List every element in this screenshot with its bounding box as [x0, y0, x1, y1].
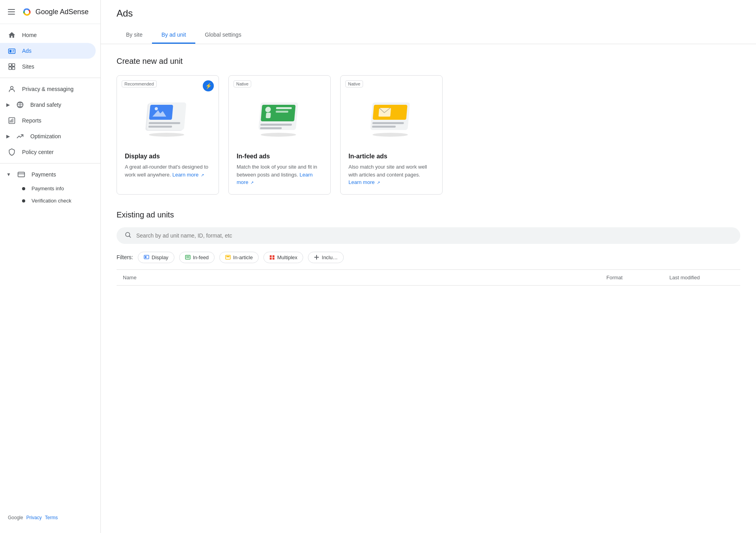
svg-rect-9	[12, 67, 15, 70]
in-feed-card-badge: Native	[233, 80, 251, 87]
sidebar-item-privacy-messaging[interactable]: Privacy & messaging	[0, 81, 96, 97]
multiplex-filter-icon	[269, 254, 275, 260]
filter-chip-in-feed[interactable]: In-feed	[179, 252, 215, 263]
filter-chip-display[interactable]: Display	[138, 252, 174, 263]
filter-chip-include[interactable]: Inclu…	[308, 252, 343, 263]
svg-rect-7	[12, 64, 15, 67]
svg-rect-8	[9, 67, 12, 70]
filters-label: Filters:	[117, 254, 133, 260]
brand-safety-icon	[16, 101, 24, 109]
display-filter-icon	[144, 254, 149, 260]
svg-rect-47	[185, 255, 190, 259]
svg-rect-34	[260, 124, 292, 126]
sidebar-item-home-label: Home	[22, 32, 37, 38]
in-feed-ads-svg	[254, 99, 305, 139]
sidebar-subitem-verification-check[interactable]: Verification check	[0, 195, 96, 207]
menu-toggle-button[interactable]	[6, 7, 17, 16]
display-ads-svg	[142, 99, 193, 139]
sidebar-item-reports[interactable]: Reports	[0, 113, 96, 128]
svg-rect-40	[372, 122, 404, 124]
display-learn-more-link[interactable]: Learn more ↗	[172, 172, 204, 178]
in-article-card-name: In-article ads	[348, 153, 434, 160]
sidebar-item-policy-center[interactable]: Policy center	[0, 144, 96, 160]
app-logo: Google AdSense	[21, 6, 89, 17]
external-link-icon-3: ↗	[377, 180, 380, 185]
sidebar-item-optimization[interactable]: ▶ Optimization	[0, 128, 96, 144]
footer-privacy-link[interactable]: Privacy	[26, 515, 42, 520]
svg-rect-51	[226, 256, 230, 257]
page-title: Ads	[117, 8, 740, 19]
svg-rect-54	[270, 258, 272, 260]
in-article-card-desc: Also match your site and work well with …	[348, 163, 434, 186]
footer-brand: Google	[8, 515, 23, 520]
svg-rect-33	[276, 111, 288, 113]
in-feed-filter-icon	[185, 254, 191, 260]
sidebar-item-ads[interactable]: Ads	[0, 43, 96, 59]
filter-in-feed-label: In-feed	[193, 254, 209, 260]
svg-rect-31	[266, 113, 271, 118]
ad-card-display[interactable]: Recommended ⚡	[117, 75, 219, 195]
filter-display-label: Display	[152, 254, 169, 260]
sidebar-subitem-payments-info-label: Payments info	[32, 186, 64, 191]
filters-bar: Filters: Display	[117, 252, 740, 263]
sidebar-item-home[interactable]: Home	[0, 27, 96, 43]
ad-card-in-feed[interactable]: Native	[228, 75, 331, 195]
in-article-card-illustration	[348, 91, 434, 147]
in-article-card-badge: Native	[345, 80, 363, 87]
in-feed-card-illustration	[237, 91, 322, 147]
sidebar: Google AdSense Home	[0, 0, 101, 533]
optimization-expand-icon: ▶	[6, 134, 10, 139]
sidebar-item-reports-label: Reports	[22, 117, 41, 124]
display-card-desc: A great all-rounder that's designed to w…	[125, 163, 211, 178]
sidebar-item-policy-label: Policy center	[22, 149, 54, 155]
sidebar-subitem-payments-info[interactable]: Payments info	[0, 182, 96, 195]
display-card-illustration	[125, 91, 211, 147]
col-header-format: Format	[606, 275, 669, 280]
sidebar-item-sites-label: Sites	[22, 63, 34, 70]
svg-rect-25	[148, 122, 180, 124]
filter-in-article-label: In-article	[233, 254, 253, 260]
include-filter-icon	[314, 254, 319, 260]
in-article-filter-icon	[225, 254, 231, 260]
sidebar-item-payments[interactable]: ▼ Payments	[0, 167, 96, 182]
svg-rect-52	[270, 255, 272, 257]
in-feed-card-desc: Match the look of your site and fit in b…	[237, 163, 322, 186]
main-content: Ads By site By ad unit Global settings C…	[101, 0, 756, 533]
sidebar-footer: Google Privacy Terms	[0, 509, 100, 527]
sidebar-item-brand-safety-label: Brand safety	[30, 102, 61, 108]
col-header-name: Name	[117, 275, 606, 280]
lightning-icon-area: ⚡	[203, 80, 214, 91]
payments-info-bullet	[22, 187, 25, 190]
filter-chip-multiplex[interactable]: Multiplex	[263, 252, 303, 263]
sidebar-item-brand-safety[interactable]: ▶ Brand safety	[0, 97, 96, 113]
tab-by-ad-unit[interactable]: By ad unit	[152, 27, 195, 44]
svg-point-10	[11, 86, 13, 89]
svg-point-36	[261, 133, 296, 137]
table-header: Name Format Last modified	[117, 269, 740, 286]
external-link-icon-2: ↗	[250, 180, 254, 185]
svg-rect-53	[272, 255, 274, 257]
svg-point-27	[149, 133, 184, 137]
svg-rect-35	[260, 127, 282, 129]
svg-point-42	[372, 133, 408, 137]
sidebar-item-payments-label: Payments	[32, 171, 56, 178]
main-header: Ads By site By ad unit Global settings	[101, 0, 756, 44]
search-input[interactable]	[136, 232, 732, 239]
col-header-last-modified: Last modified	[669, 275, 740, 280]
display-card-name: Display ads	[125, 153, 211, 160]
filter-chip-in-article[interactable]: In-article	[219, 252, 259, 263]
footer-terms-link[interactable]: Terms	[45, 515, 58, 520]
ad-card-in-article[interactable]: Native In	[340, 75, 443, 195]
search-icon	[124, 231, 132, 240]
tab-by-site[interactable]: By site	[117, 27, 152, 44]
reports-icon	[8, 117, 16, 124]
app-title: Google AdSense	[35, 8, 89, 16]
in-feed-card-name: In-feed ads	[237, 153, 322, 160]
svg-rect-1	[9, 49, 15, 54]
svg-rect-55	[272, 258, 274, 260]
tab-global-settings[interactable]: Global settings	[195, 27, 251, 44]
sidebar-item-sites[interactable]: Sites	[0, 59, 96, 74]
search-bar	[117, 227, 740, 244]
svg-rect-22	[149, 105, 173, 120]
in-article-learn-more-link[interactable]: Learn more ↗	[348, 179, 380, 185]
